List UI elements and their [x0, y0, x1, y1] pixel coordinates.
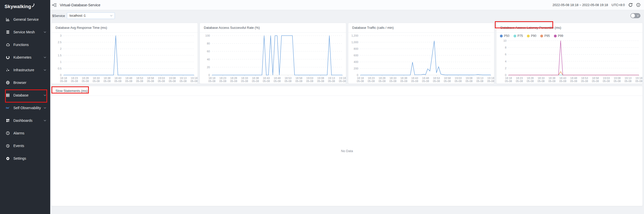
svg-text:19:1805-08: 19:1805-08	[339, 77, 346, 83]
svg-text:18:5805-08: 18:5805-08	[444, 77, 451, 83]
sidebar-item-general-service[interactable]: General Service	[0, 13, 50, 26]
svg-text:18:2305-08: 18:2305-08	[367, 77, 374, 83]
svg-text:1,000: 1,000	[351, 41, 358, 44]
sidebar-item-browser[interactable]: Browser	[0, 76, 50, 89]
cloud-icon	[6, 42, 10, 47]
page-title: Virtual-Database-Service	[60, 3, 100, 7]
svg-text:18:1805-08: 18:1805-08	[505, 77, 512, 83]
svg-text:0: 0	[505, 74, 506, 77]
sidebar-item-label: Events	[13, 144, 24, 148]
gear-icon	[6, 156, 10, 161]
menu-fold-icon[interactable]	[52, 3, 57, 7]
svg-text:18:2305-08: 18:2305-08	[516, 77, 523, 83]
panel-successful-rate: Database Access Successful Rate (%) 0204…	[200, 23, 346, 84]
svg-text:18:2805-08: 18:2805-08	[230, 77, 237, 83]
svg-text:18:4305-08: 18:4305-08	[114, 77, 121, 83]
sidebar-item-infrastructure[interactable]: Infrastructure	[0, 64, 50, 76]
svg-text:2: 2	[505, 67, 506, 70]
svg-text:100: 100	[205, 34, 210, 37]
svg-text:19:1305-08: 19:1305-08	[180, 77, 187, 83]
service-select[interactable]: localhost:-1	[67, 12, 115, 19]
svg-text:18:1805-08: 18:1805-08	[60, 77, 67, 83]
svg-text:18:3805-08: 18:3805-08	[103, 77, 111, 83]
legend-item-p75[interactable]: P75	[514, 34, 523, 38]
sidebar-item-events[interactable]: Events	[0, 139, 50, 152]
sidebar-item-database[interactable]: Database	[0, 89, 50, 102]
timezone-label[interactable]: UTC+8:0	[612, 3, 625, 7]
sidebar-item-label: Dashboards	[13, 118, 33, 123]
legend-item-p50[interactable]: P50	[500, 34, 509, 38]
chart-icon	[6, 17, 10, 22]
chevron-down-icon	[44, 31, 46, 33]
svg-text:18:5305-08: 18:5305-08	[136, 77, 143, 83]
topbar: Virtual-Database-Service 2022-05-08 18:1…	[50, 0, 644, 10]
svg-text:0.5: 0.5	[58, 67, 62, 70]
sidebar-item-label: Functions	[13, 43, 29, 47]
legend-item-p95[interactable]: P95	[540, 34, 550, 38]
svg-text:0: 0	[60, 74, 62, 77]
svg-text:19:1805-08: 19:1805-08	[191, 77, 198, 83]
svg-text:18:3305-08: 18:3305-08	[93, 77, 100, 83]
chevron-down-icon	[44, 107, 46, 109]
svg-text:18:5805-08: 18:5805-08	[592, 77, 599, 83]
svg-text:400: 400	[354, 60, 358, 63]
svg-text:19:1805-08: 19:1805-08	[487, 77, 494, 83]
svg-text:19:0305-08: 19:0305-08	[158, 77, 165, 83]
logo-swoosh-icon	[32, 4, 35, 7]
sidebar-item-kubernetes[interactable]: Kubernetes	[0, 51, 50, 64]
svg-text:1: 1	[60, 60, 62, 63]
chart-successful-rate[interactable]: 02040608010018:1805-0818:2305-0818:2805-…	[200, 33, 346, 84]
view-mode-toggle[interactable]: V	[630, 13, 640, 18]
legend-label: P50	[504, 34, 509, 38]
svg-text:60: 60	[207, 50, 210, 53]
chart-avg-response-time[interactable]: 00.511.522.5318:1805-0818:2305-0818:2805…	[51, 33, 198, 84]
svg-text:6: 6	[505, 53, 506, 56]
legend-dot	[500, 35, 503, 37]
toggle-knob	[631, 14, 635, 18]
sidebar-item-functions[interactable]: Functions	[0, 38, 50, 51]
svg-text:18:2805-08: 18:2805-08	[527, 77, 534, 83]
latency-legend: P50P75P90P95P99	[496, 33, 642, 39]
svg-text:19:1305-08: 19:1305-08	[625, 77, 632, 83]
service-label: $Service	[52, 14, 65, 18]
chart-latency-percentile[interactable]: 024681018:1805-0818:2305-0818:2805-0818:…	[496, 39, 642, 84]
info-icon[interactable]	[636, 3, 640, 7]
time-range[interactable]: 2022-05-08 18:18 ~ 2022-05-08 19:18	[553, 3, 608, 7]
svg-text:0: 0	[208, 74, 210, 77]
database-icon	[6, 93, 10, 98]
legend-item-p90[interactable]: P90	[527, 34, 536, 38]
svg-text:19:1305-08: 19:1305-08	[328, 77, 335, 83]
sidebar-item-label: General Service	[13, 17, 39, 21]
refresh-icon[interactable]	[628, 3, 633, 7]
legend-item-p99[interactable]: P99	[554, 34, 563, 38]
legend-label: P95	[544, 34, 550, 38]
chart-traffic[interactable]: 02004006008001,0001,20018:1805-0818:2305…	[348, 33, 494, 84]
sidebar-item-label: Settings	[13, 156, 26, 160]
svg-text:18:1805-08: 18:1805-08	[357, 77, 364, 83]
sidebar-item-label: Browser	[13, 81, 26, 85]
svg-text:18:4805-08: 18:4805-08	[570, 77, 577, 83]
svg-text:80: 80	[207, 42, 210, 45]
svg-text:Sw: Sw	[6, 107, 9, 109]
panel-title: Database Access Latency Percentile (ms)	[496, 23, 642, 33]
sidebar-item-service-mesh[interactable]: Service Mesh	[0, 26, 50, 38]
svg-text:19:0805-08: 19:0805-08	[465, 77, 472, 83]
chevron-down-icon	[44, 120, 46, 121]
sidebar-item-dashboards[interactable]: Dashboards	[0, 114, 50, 127]
svg-text:18:2805-08: 18:2805-08	[82, 77, 89, 83]
svg-text:19:0805-08: 19:0805-08	[317, 77, 324, 83]
svg-text:18:4805-08: 18:4805-08	[422, 77, 429, 83]
sidebar-item-settings[interactable]: Settings	[0, 152, 50, 165]
svg-text:18:2805-08: 18:2805-08	[378, 77, 385, 83]
svg-text:18:2305-08: 18:2305-08	[219, 77, 226, 83]
svg-text:19:0305-08: 19:0305-08	[454, 77, 462, 83]
svg-text:18:3305-08: 18:3305-08	[389, 77, 396, 83]
svg-text:18:4805-08: 18:4805-08	[125, 77, 132, 83]
sidebar-item-alarms[interactable]: Alarms	[0, 127, 50, 139]
sidebar-item-self-observability[interactable]: SwSelf Observability	[0, 102, 50, 114]
svg-text:19:0805-08: 19:0805-08	[614, 77, 621, 83]
sidebar-item-label: Infrastructure	[13, 68, 34, 72]
legend-dot	[514, 35, 516, 37]
svg-text:18:4305-08: 18:4305-08	[411, 77, 418, 83]
app-logo[interactable]: Skywalking	[0, 0, 50, 13]
